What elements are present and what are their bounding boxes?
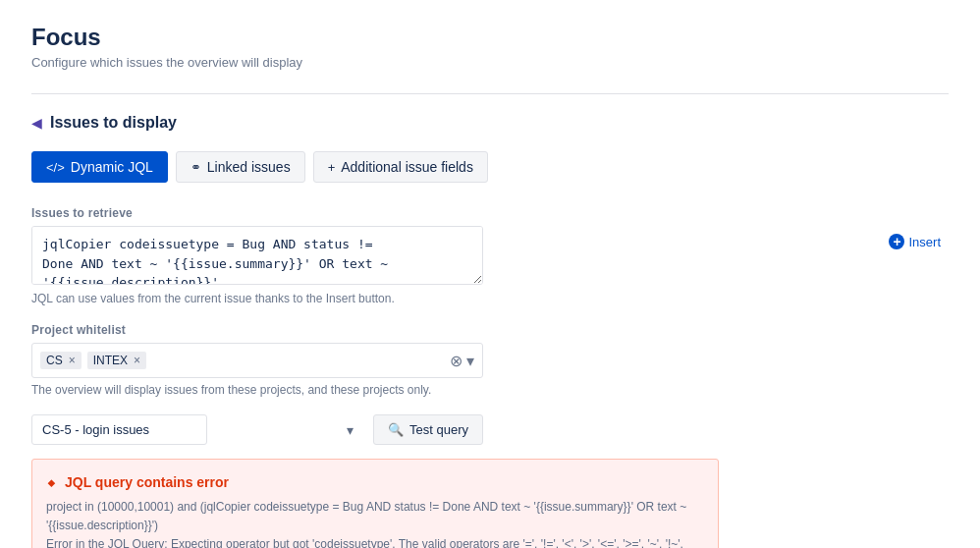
- jql-section: Issues to retrieve jqlCopier codeissuety…: [31, 206, 949, 305]
- error-title-row: ⬥ JQL query contains error: [46, 471, 704, 492]
- tab-dynamic-jql[interactable]: </> Dynamic JQL: [31, 151, 168, 183]
- tabs-row: </> Dynamic JQL ⚭ Linked issues + Additi…: [31, 151, 949, 183]
- whitelist-dropdown-icon[interactable]: ▾: [466, 352, 474, 370]
- jql-textarea[interactable]: jqlCopier codeissuetype = Bug AND status…: [31, 226, 483, 285]
- jql-label: Issues to retrieve: [31, 206, 949, 220]
- whitelist-hint: The overview will display issues from th…: [31, 383, 483, 397]
- page-title: Focus: [31, 24, 949, 51]
- insert-plus-icon: +: [889, 234, 904, 249]
- tab-additional-fields[interactable]: + Additional issue fields: [313, 151, 488, 183]
- clear-whitelist-icon[interactable]: ⊗: [450, 352, 463, 370]
- tab-linked-issues[interactable]: ⚭ Linked issues: [176, 151, 305, 183]
- plus-icon: +: [328, 160, 336, 175]
- dynamic-jql-icon: </>: [46, 160, 65, 175]
- tab-dynamic-jql-label: Dynamic JQL: [71, 159, 153, 175]
- search-icon: 🔍: [388, 422, 404, 437]
- tag-cs: CS ×: [40, 352, 82, 369]
- whitelist-section: Project whitelist CS × INTEX × ⊗ ▾ The o…: [31, 323, 949, 397]
- error-line2: Error in the JQL Query; Expecting operat…: [46, 535, 704, 548]
- whitelist-input[interactable]: CS × INTEX × ⊗ ▾: [31, 343, 483, 378]
- jql-area-wrapper: jqlCopier codeissuetype = Bug AND status…: [31, 226, 949, 288]
- error-box: ⬥ JQL query contains error project in (1…: [31, 459, 719, 548]
- error-icon: ⬥: [46, 471, 57, 492]
- tab-linked-issues-label: Linked issues: [207, 159, 291, 175]
- error-title: JQL query contains error: [65, 474, 229, 490]
- whitelist-label: Project whitelist: [31, 323, 949, 337]
- tag-intex: INTEX ×: [87, 352, 146, 369]
- tag-cs-close[interactable]: ×: [69, 354, 76, 367]
- section-header: ◀ Issues to display: [31, 114, 949, 132]
- test-query-button[interactable]: 🔍 Test query: [373, 414, 483, 445]
- jql-hint: JQL can use values from the current issu…: [31, 292, 483, 305]
- tag-intex-label: INTEX: [93, 354, 128, 367]
- insert-button[interactable]: + Insert: [889, 234, 941, 249]
- query-row: CS-5 - login issues CS-1 - homepage issu…: [31, 414, 483, 445]
- page-subtitle: Configure which issues the overview will…: [31, 55, 949, 70]
- test-query-label: Test query: [409, 422, 468, 437]
- insert-label: Insert: [908, 235, 941, 249]
- query-select[interactable]: CS-5 - login issues CS-1 - homepage issu…: [31, 414, 207, 445]
- whitelist-controls: ⊗ ▾: [450, 352, 474, 370]
- tag-intex-close[interactable]: ×: [134, 354, 140, 367]
- error-line1: project in (10000,10001) and (jqlCopier …: [46, 498, 704, 535]
- query-select-wrap: CS-5 - login issues CS-1 - homepage issu…: [31, 414, 363, 445]
- section-title: Issues to display: [50, 114, 177, 132]
- divider: [31, 93, 949, 94]
- section-chevron-icon: ◀: [31, 115, 42, 131]
- tab-additional-fields-label: Additional issue fields: [341, 159, 473, 175]
- tag-cs-label: CS: [46, 354, 63, 367]
- error-body: project in (10000,10001) and (jqlCopier …: [46, 498, 704, 548]
- link-icon: ⚭: [191, 160, 201, 175]
